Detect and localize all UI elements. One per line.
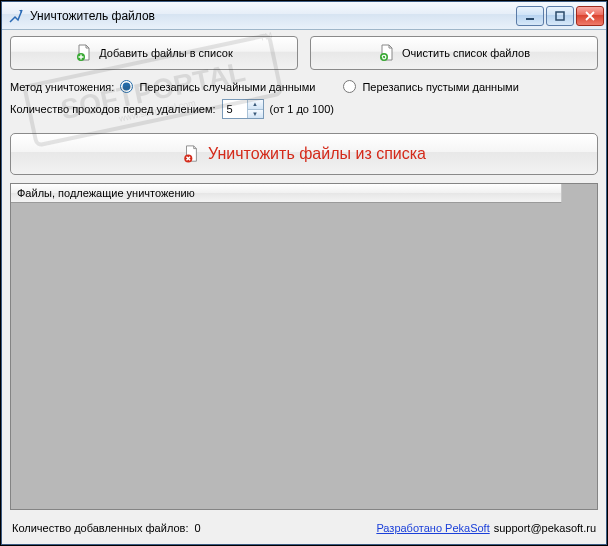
destroy-button[interactable]: Уничтожить файлы из списка [10, 133, 598, 175]
window-inner: Уничтожитель файлов SOFTPORTAL www. [1, 1, 607, 545]
top-button-row: Добавить файлы в список Очистить список … [10, 36, 598, 70]
spinner-down[interactable]: ▼ [248, 110, 263, 119]
method-empty-radio[interactable] [343, 80, 356, 93]
add-files-button[interactable]: Добавить файлы в список [10, 36, 298, 70]
svg-rect-2 [556, 12, 564, 20]
passes-input[interactable] [223, 100, 247, 118]
passes-spinner[interactable]: ▲ ▼ [222, 99, 264, 119]
status-count-label: Количество добавленных файлов: [12, 522, 188, 534]
file-list[interactable]: Файлы, подлежащие уничтожению [10, 183, 598, 510]
passes-row: Количество проходов перед удалением: ▲ ▼… [10, 99, 598, 119]
status-count: Количество добавленных файлов: 0 [12, 522, 372, 534]
document-delete-icon [182, 145, 200, 163]
close-button[interactable] [576, 6, 604, 26]
method-label: Метод уничтожения: [10, 81, 114, 93]
method-row: Метод уничтожения: Перезапись случайными… [10, 80, 598, 93]
options-area: Метод уничтожения: Перезапись случайными… [10, 80, 598, 125]
clear-list-label: Очистить список файлов [402, 47, 530, 59]
window-frame: Уничтожитель файлов SOFTPORTAL www. [0, 0, 608, 546]
client-area: SOFTPORTAL www.softportal.com TM [2, 30, 606, 544]
app-icon [8, 8, 24, 24]
spinner-arrows: ▲ ▼ [247, 100, 263, 118]
document-refresh-icon [378, 44, 396, 62]
passes-label: Количество проходов перед удалением: [10, 103, 216, 115]
clear-list-button[interactable]: Очистить список файлов [310, 36, 598, 70]
maximize-button[interactable] [546, 6, 574, 26]
spinner-up[interactable]: ▲ [248, 100, 263, 110]
document-add-icon [75, 44, 93, 62]
passes-range: (от 1 до 100) [270, 103, 334, 115]
statusbar: Количество добавленных файлов: 0 Разрабо… [10, 518, 598, 538]
svg-point-8 [380, 53, 388, 61]
method-random-label[interactable]: Перезапись случайными данными [139, 81, 315, 93]
minimize-button[interactable] [516, 6, 544, 26]
support-email: support@pekasoft.ru [494, 522, 596, 534]
window-title: Уничтожитель файлов [30, 9, 516, 23]
list-column-header[interactable]: Файлы, подлежащие уничтожению [11, 184, 562, 203]
window-controls [516, 6, 604, 26]
method-random-radio[interactable] [120, 80, 133, 93]
developer-link[interactable]: Разработано PekaSoft [376, 522, 489, 534]
status-count-value: 0 [195, 522, 201, 534]
add-files-label: Добавить файлы в список [99, 47, 232, 59]
method-empty-label[interactable]: Перезапись пустыми данными [362, 81, 518, 93]
titlebar: Уничтожитель файлов [2, 2, 606, 30]
svg-rect-1 [526, 18, 534, 20]
destroy-label: Уничтожить файлы из списка [208, 145, 426, 163]
